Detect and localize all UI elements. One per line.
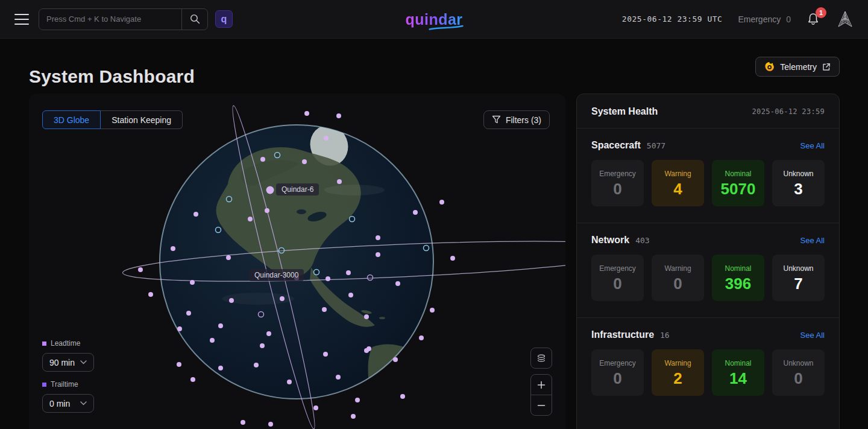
ground-station-dot[interactable]	[368, 275, 373, 281]
satellite-dot[interactable]	[193, 212, 198, 217]
satellite-dot[interactable]	[355, 398, 360, 402]
section-count: 5077	[647, 141, 665, 150]
trailtime-dropdown[interactable]: 0 min	[42, 394, 94, 413]
notification-badge: 1	[816, 7, 826, 18]
layers-button[interactable]	[531, 348, 552, 368]
satellite-dot[interactable]	[148, 292, 153, 297]
card-label: Nominal	[725, 359, 751, 367]
satellite-dot[interactable]	[395, 281, 400, 286]
satellite-dot[interactable]	[324, 136, 329, 141]
quindar-q-icon[interactable]: q	[215, 10, 233, 28]
satellite-dot[interactable]	[177, 326, 182, 331]
satellite-dot[interactable]	[266, 331, 271, 336]
satellite-dot[interactable]	[287, 380, 292, 384]
satellite-dot[interactable]	[190, 280, 195, 285]
satellite-dot[interactable]	[226, 255, 231, 260]
delta-rocket-icon[interactable]	[837, 10, 854, 28]
satellite-dot[interactable]	[190, 377, 195, 382]
card-value: 0	[613, 276, 621, 291]
tab-3d-globe[interactable]: 3D Globe	[42, 110, 101, 129]
satellite-dot[interactable]	[254, 363, 259, 367]
satellite-dot[interactable]	[241, 420, 245, 425]
satellite-dot[interactable]	[322, 307, 327, 312]
satellite-dot[interactable]	[346, 270, 351, 275]
ground-station-dot[interactable]	[216, 227, 221, 233]
trailtime-label: Trailtime	[51, 380, 78, 389]
satellite-dot[interactable]	[348, 293, 353, 297]
satellite-dot[interactable]	[419, 335, 424, 340]
emergency-counter[interactable]: Emergency 0	[738, 14, 791, 24]
satellite-dot[interactable]	[302, 159, 307, 164]
satellite-dot[interactable]	[304, 111, 309, 116]
zoom-out-button[interactable]	[531, 395, 552, 415]
satellite-dot[interactable]	[210, 338, 215, 343]
satellite-dot[interactable]	[450, 256, 455, 261]
ground-station-dot[interactable]	[424, 246, 429, 251]
satellite-dot[interactable]	[218, 366, 223, 370]
satellite-dot[interactable]	[336, 113, 341, 118]
top-bar: q quindar 2025-06-12 23:59 UTC Emergency…	[0, 0, 868, 39]
search-icon[interactable]	[181, 9, 207, 30]
status-card-warning: Warning4	[652, 160, 704, 206]
satellite-dot[interactable]	[366, 346, 371, 351]
satellite-dot[interactable]	[248, 217, 253, 221]
satellite-dot[interactable]	[430, 308, 435, 313]
global-search	[39, 8, 208, 30]
card-value: 7	[794, 276, 802, 291]
satellite-dot[interactable]	[280, 296, 285, 301]
tab-station-keeping[interactable]: Station Keeping	[101, 110, 183, 129]
ground-station-dot[interactable]	[279, 248, 285, 253]
satellite-dot[interactable]	[336, 375, 341, 380]
notifications-button[interactable]: 1	[807, 12, 821, 27]
satellite-dot[interactable]	[337, 179, 342, 184]
ground-station-dot[interactable]	[227, 197, 232, 202]
satellite-dot[interactable]	[376, 252, 380, 257]
section-count: 16	[660, 331, 670, 340]
ground-station-dot[interactable]	[314, 270, 319, 275]
satellite-dot[interactable]	[323, 352, 328, 357]
see-all-link[interactable]: See All	[800, 141, 825, 150]
satellite-label-quindar-6[interactable]: Quindar-6	[276, 183, 319, 195]
satellite-dot[interactable]	[326, 276, 330, 281]
zoom-in-button[interactable]	[531, 375, 552, 395]
satellite-dot[interactable]	[266, 186, 274, 194]
search-input[interactable]	[39, 9, 181, 30]
telemetry-button[interactable]: Telemetry	[755, 57, 840, 77]
satellite-dot[interactable]	[364, 314, 369, 319]
satellite-dot[interactable]	[400, 394, 405, 399]
menu-icon[interactable]	[14, 14, 29, 25]
system-health-timestamp: 2025-06-12 23:59	[752, 107, 825, 116]
emergency-label: Emergency	[738, 14, 781, 24]
status-card-emergency: Emergency0	[591, 160, 644, 206]
health-section: Spacecraft 5077 See All Emergency0Warnin…	[577, 129, 839, 223]
satellite-dot[interactable]	[218, 323, 223, 328]
satellite-dot[interactable]	[413, 210, 418, 215]
filters-button[interactable]: Filters (3)	[483, 110, 550, 129]
satellite-label-quindar-3000[interactable]: Quindar-3000	[249, 269, 304, 281]
satellite-dot[interactable]	[260, 157, 265, 162]
satellite-dot[interactable]	[393, 357, 398, 362]
satellite-dot[interactable]	[260, 343, 265, 348]
leadtime-dropdown[interactable]: 90 min	[42, 353, 94, 372]
see-all-link[interactable]: See All	[800, 331, 825, 340]
globe-panel: 3D Globe Station Keeping Filters (3) Qui…	[29, 94, 565, 429]
logo-underline	[429, 25, 464, 30]
satellite-dot[interactable]	[186, 311, 191, 316]
satellite-dot[interactable]	[376, 235, 380, 240]
layers-icon	[536, 354, 546, 363]
satellite-dot[interactable]	[351, 414, 356, 419]
ground-station-dot[interactable]	[350, 217, 355, 222]
satellite-dot[interactable]	[268, 422, 273, 427]
see-all-link[interactable]: See All	[800, 236, 825, 245]
satellite-dot[interactable]	[313, 405, 318, 410]
ground-station-dot[interactable]	[259, 312, 264, 317]
satellite-dot[interactable]	[138, 267, 143, 272]
satellite-dot[interactable]	[439, 200, 444, 205]
satellite-dot[interactable]	[171, 246, 175, 251]
satellite-dot[interactable]	[177, 362, 181, 367]
health-section: Network 403 See All Emergency0Warning0No…	[577, 223, 839, 318]
globe-visualization[interactable]	[29, 94, 565, 429]
satellite-dot[interactable]	[229, 298, 234, 303]
ground-station-dot[interactable]	[275, 153, 280, 158]
satellite-dot[interactable]	[265, 208, 269, 213]
